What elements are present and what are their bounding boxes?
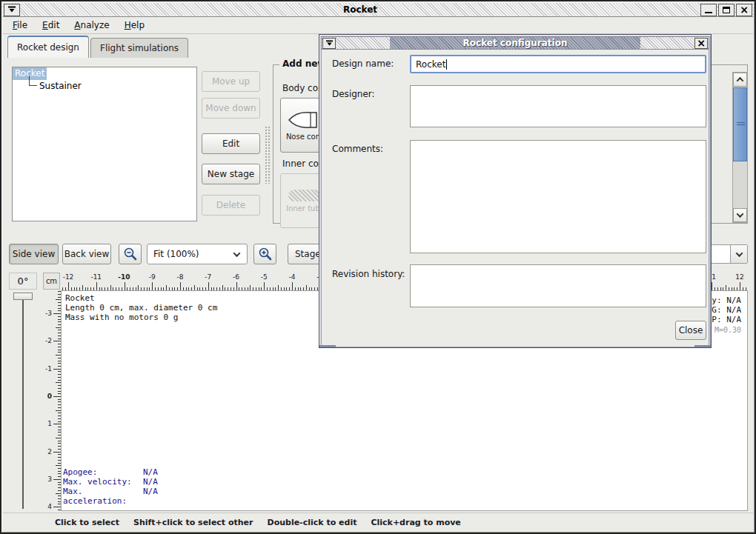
tab-rocket-design[interactable]: Rocket design xyxy=(7,36,89,58)
combo-arrow xyxy=(226,252,247,257)
dialog-window-menu-button[interactable] xyxy=(322,38,336,49)
window-menu-icon xyxy=(7,6,16,13)
ruler-tick xyxy=(53,424,61,424)
ruler-tick xyxy=(56,410,61,411)
window-menu-button[interactable] xyxy=(4,4,20,16)
ruler-tick xyxy=(138,285,139,290)
ruler-label: -6 xyxy=(233,273,239,281)
status-hint-0: Click to select xyxy=(55,518,119,527)
menu-analyze[interactable]: Analyze xyxy=(72,19,111,32)
main-window: Rocket × FileEditAnalyzeHelp Rocket desi… xyxy=(0,0,756,534)
ruler-label: -3 xyxy=(45,310,52,317)
ruler-label: 4 xyxy=(47,503,52,510)
tree-item-sustainer[interactable]: Sustainer xyxy=(13,80,196,93)
zoom-out-icon xyxy=(123,247,138,261)
ruler-label: -11 xyxy=(90,273,102,281)
ruler-tick xyxy=(82,285,83,290)
ruler-tick xyxy=(264,282,265,290)
ruler-label: -5 xyxy=(261,273,268,281)
flight-stat-label: Max. velocity: xyxy=(63,477,143,487)
ruler-tick xyxy=(292,282,293,290)
ruler-tick xyxy=(306,285,307,290)
flight-stat-label: Max. acceleration: xyxy=(63,487,143,506)
ruler-tick xyxy=(726,285,726,290)
resize-grip[interactable] xyxy=(319,345,336,347)
ruler-tick xyxy=(222,285,223,290)
tree-item-rocket[interactable]: Rocket xyxy=(13,67,196,80)
flight-stats: Apogee:N/AMax. velocity:N/AMax. accelera… xyxy=(63,467,158,506)
dialog-close-x-button[interactable]: × xyxy=(694,38,708,49)
zoom-in-icon xyxy=(258,247,273,261)
dialog-titlebar: Rocket configuration × xyxy=(321,36,709,50)
ruler-label: -7 xyxy=(205,273,211,281)
combo-arrow-button[interactable] xyxy=(730,245,747,263)
rotation-slider-handle[interactable] xyxy=(13,293,33,300)
close-icon: × xyxy=(740,6,749,13)
ruler-tick xyxy=(180,282,181,290)
split-drag-handle[interactable] xyxy=(265,126,271,184)
delete-button[interactable]: Delete xyxy=(202,195,260,216)
revision-history-field[interactable] xyxy=(410,264,706,307)
dialog-close-button[interactable]: Close xyxy=(675,321,706,340)
comments-label: Comments: xyxy=(332,144,383,154)
comments-field[interactable] xyxy=(410,140,706,253)
zoom-in-button[interactable] xyxy=(253,244,276,264)
ruler-tick xyxy=(68,282,69,290)
new-stage-button[interactable]: New stage xyxy=(202,164,260,184)
menu-edit[interactable]: Edit xyxy=(40,19,62,32)
text-caret xyxy=(446,59,447,70)
flight-stat-value: N/A xyxy=(143,467,158,477)
resize-grip[interactable] xyxy=(694,345,711,347)
scrollbar-thumb[interactable] xyxy=(733,87,747,161)
rotation-slider-track[interactable] xyxy=(22,300,24,509)
move-down-button[interactable]: Move down xyxy=(202,98,260,119)
zoom-level-combobox[interactable]: Fit (100%) xyxy=(147,244,248,264)
stage-select-combobox[interactable] xyxy=(706,244,748,264)
inner-tube-icon xyxy=(288,190,322,201)
chevron-up-icon xyxy=(737,77,744,84)
move-up-button[interactable]: Move up xyxy=(202,71,260,92)
designer-field[interactable] xyxy=(410,85,706,127)
dialog-title-band: Rocket configuration xyxy=(390,37,640,49)
ruler-tick xyxy=(56,299,61,300)
ruler-tick xyxy=(712,282,712,290)
window-menu-icon xyxy=(325,40,334,47)
back-view-button[interactable]: Back view xyxy=(62,244,111,264)
status-bar: Click to selectShift+click to select oth… xyxy=(3,513,753,531)
ruler-tick xyxy=(56,355,61,356)
ruler-tick xyxy=(53,479,61,480)
component-tree[interactable]: RocketSustainer xyxy=(12,67,197,221)
ruler-tick xyxy=(152,282,153,290)
scroll-up-button[interactable] xyxy=(733,73,747,87)
nose-cone-icon xyxy=(288,110,323,130)
minimize-icon xyxy=(705,12,712,13)
ruler-label: -9 xyxy=(149,273,156,281)
status-hint-3: Click+drag to move xyxy=(371,518,460,527)
minimize-button[interactable] xyxy=(700,4,717,16)
ruler-label: -10 xyxy=(118,273,130,281)
side-view-button[interactable]: Side view xyxy=(9,244,59,264)
ruler-tick xyxy=(236,282,237,290)
design-name-field[interactable]: Rocket xyxy=(410,55,706,73)
scroll-down-button[interactable] xyxy=(733,208,747,222)
ruler-tick xyxy=(56,493,61,494)
revision-history-label: Revision history: xyxy=(332,269,405,279)
ruler-tick xyxy=(56,465,61,466)
rocket-info-text: Rocket Length 0 cm, max. diameter 0 cm M… xyxy=(65,293,217,322)
ruler-tick xyxy=(250,285,251,290)
tree-item-label: Sustainer xyxy=(37,80,84,93)
menu-bar: FileEditAnalyzeHelp xyxy=(3,17,753,34)
designer-label: Designer: xyxy=(332,89,375,99)
ruler-unit-button[interactable]: cm xyxy=(43,273,60,290)
edit-button[interactable]: Edit xyxy=(202,133,260,154)
tab-flight-simulations[interactable]: Flight simulations xyxy=(90,38,188,58)
menu-help[interactable]: Help xyxy=(122,19,147,32)
zoom-out-button[interactable] xyxy=(119,244,142,264)
window-title: Rocket xyxy=(21,4,700,15)
ruler-label: 2 xyxy=(47,448,52,455)
close-button[interactable]: × xyxy=(736,4,752,16)
maximize-button[interactable] xyxy=(718,4,735,16)
menu-file[interactable]: File xyxy=(10,19,30,32)
ruler-tick xyxy=(125,282,125,290)
component-panel-scrollbar[interactable] xyxy=(732,72,748,223)
